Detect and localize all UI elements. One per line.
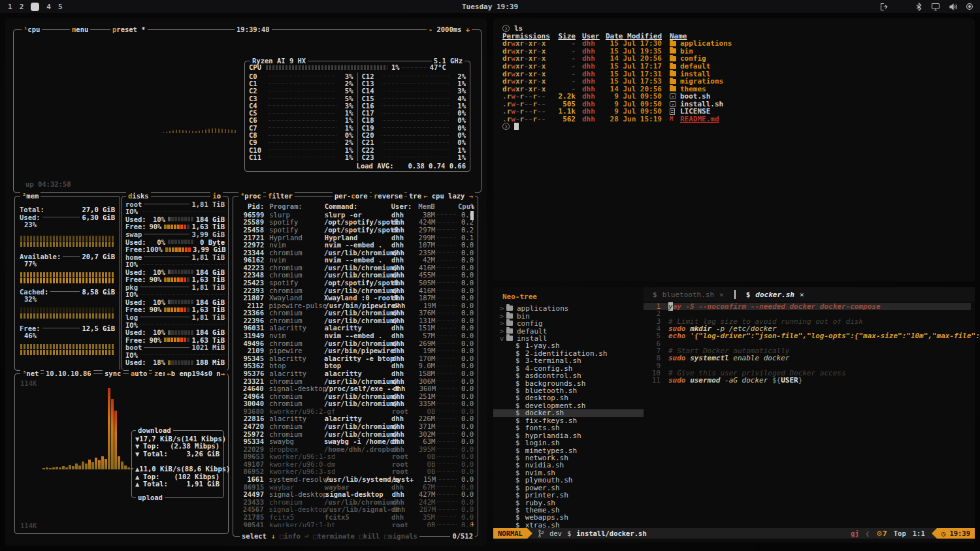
proc-row[interactable]: 22972nvimnvim --embed .dhh107M0.0 xyxy=(237,241,474,249)
proc-row[interactable]: 96031alacrittyalacrittydhh151M0.0 xyxy=(237,324,474,332)
proc-row[interactable]: 25589spotify/opt/spotify/spotidhh424M0.2 xyxy=(237,219,474,227)
proc-column-header[interactable]: User: xyxy=(391,202,416,210)
terminal-window[interactable]: ❯ ls PermissionsSizeUserDate ModifiedNam… xyxy=(493,18,975,281)
logout-icon[interactable] xyxy=(879,3,889,11)
tree-item[interactable]: >bin xyxy=(493,312,644,319)
io-mode-button[interactable]: io xyxy=(210,192,223,200)
proc-row[interactable]: 90541kworker/u97:1-btroot0B0.0 xyxy=(237,521,474,527)
proc-column-header[interactable]: Command: xyxy=(325,202,391,210)
proc-row[interactable]: 21721HyprlandHyprlanddhh299M0.1 xyxy=(237,234,474,242)
proc-row[interactable]: 22393chromium/usr/lib/chromium/dhh416M0.… xyxy=(237,287,474,294)
proc-row[interactable]: 22396chromium/usr/lib/chromium/dhh131M0.… xyxy=(237,317,474,324)
proc-row[interactable]: 95345alacrittyalacritty -e btopdhh170M0.… xyxy=(237,354,474,362)
code-line[interactable]: 8sudo systemctl enable docker xyxy=(644,354,971,362)
proc-row[interactable]: 23366chromium/usr/lib/chromium/dhh376M0.… xyxy=(237,309,474,317)
proc-row[interactable]: 49496chromium/usr/lib/chromium/dhh269M0.… xyxy=(237,339,474,347)
proc-row[interactable]: 24567signal-desktop/usr/lib/signal-dedhh… xyxy=(237,506,474,514)
footer-key[interactable]: □signals xyxy=(384,532,417,540)
meter-value: 184 GiB xyxy=(195,268,225,276)
cpu-core-row: C12% xyxy=(249,80,353,87)
net-auto-button[interactable]: auto xyxy=(129,370,149,377)
footer-key[interactable]: □info ⏎ xyxy=(280,532,308,540)
proc-row[interactable]: 95334swaybgswaybg -i /home/dhdhh63M0.0 xyxy=(237,437,474,445)
proc-row[interactable]: 2109pipewire/usr/bin/pipewiredhh19M0.0 xyxy=(237,347,474,354)
proc-row[interactable]: 86915waybarwaybardhh67M0.0 xyxy=(237,483,474,491)
arrow-icon: ▲ xyxy=(135,480,143,488)
scroll-down-icon[interactable]: ↓ xyxy=(470,519,474,527)
proc-reverse-button[interactable]: reverse xyxy=(372,192,404,200)
meter-percent: 10% xyxy=(148,328,165,336)
proc-footer-keys[interactable]: select↓□info ⏎□terminate□kill□signals xyxy=(240,532,419,540)
proc-row[interactable]: 2112pipewire-pulse/usr/bin/pipewire-dhh1… xyxy=(237,302,474,309)
proc-column-header[interactable]: Program: xyxy=(269,202,324,210)
proc-row[interactable]: 96162nvimnvim --embed .dhh42M0.0 xyxy=(237,256,474,264)
proc-row[interactable]: 21807XwaylandXwayland :0 -rootldhh187M0.… xyxy=(237,294,474,302)
editor-tab-docker.sh[interactable]: $docker.sh× xyxy=(737,287,813,302)
footer-key[interactable]: □terminate xyxy=(314,532,355,540)
tree-item[interactable]: $xtras.sh xyxy=(493,522,644,528)
proc-percore-button[interactable]: per-core xyxy=(333,192,370,200)
editor-tab-bluetooth.sh[interactable]: $bluetooth.sh× xyxy=(644,287,733,302)
proc-row[interactable]: 24640signal-desktop/proc/self/exe --tdhh… xyxy=(237,385,474,392)
mem-stat-row: Free:12,5 GiB xyxy=(20,324,115,332)
proc-row[interactable]: 86952kworker/u96:3-sdroot0B0.0 xyxy=(237,468,474,476)
proc-row[interactable]: 24720chromium/usr/lib/chromium/dhh371M0.… xyxy=(237,422,474,430)
scroll-up-icon[interactable]: ↑ xyxy=(470,202,474,210)
proc-row[interactable]: 23433chromium/usr/lib/chromium/dhh242M0.… xyxy=(237,498,474,506)
neovim-window[interactable]: Neo-tree >applications>bin>config>defaul… xyxy=(493,287,975,543)
proc-row[interactable]: 31949nvimnvim --embed .dhh57M0.0 xyxy=(237,332,474,339)
proc-filter-button[interactable]: filter xyxy=(266,192,295,200)
cpu-core-row: C143% xyxy=(362,87,466,95)
close-icon[interactable]: × xyxy=(800,291,804,299)
proc-row[interactable]: 22348chromium/usr/lib/chromium/dhh455M0.… xyxy=(237,272,474,279)
btop-window[interactable]: ¹cpu menu preset * 19:39:48 - 2000ms + R… xyxy=(5,18,487,546)
proc-row[interactable]: 23321chromium/usr/lib/chromium/dhh306M0.… xyxy=(237,377,474,385)
proc-row[interactable]: 95376alacrittyalacrittydhh158M0.0 xyxy=(237,370,474,377)
proc-cpu-mode-switcher[interactable]: ← cpu lazy → xyxy=(421,192,475,200)
proc-row[interactable]: 1661systemd-resolve/usr/lib/systemd/ssys… xyxy=(237,475,474,483)
proc-row[interactable]: 30040chromium/usr/lib/chromium/dhh335M0.… xyxy=(237,400,474,407)
menu-button[interactable]: menu xyxy=(70,25,90,33)
tree-item[interactable]: >default xyxy=(493,327,644,334)
proc-row[interactable]: 89653kworker/u96:1-sdroot0B0.0 xyxy=(237,453,474,461)
proc-row[interactable]: 96599slurpslurp -ordhh38M0.0 xyxy=(237,211,474,219)
proc-scrollbar-thumb[interactable] xyxy=(470,211,474,220)
close-icon[interactable]: × xyxy=(719,291,724,299)
prompt-line-empty[interactable]: ❯ xyxy=(502,123,966,131)
core-graph xyxy=(382,113,449,114)
proc-row[interactable]: 42223chromium/usr/lib/chromium/dhh416M0.… xyxy=(237,264,474,272)
proc-row[interactable]: 22029dropbox/home/dhh/.dropboxdhh395M0.0 xyxy=(237,445,474,453)
editor-buffer[interactable]: 1yay -S --noconfirm --needed docker dock… xyxy=(644,303,971,384)
bluetooth-icon[interactable] xyxy=(915,3,923,11)
proc-row[interactable]: 95362btopbtopdhh9.0M0.0 xyxy=(237,362,474,370)
code-line[interactable]: 5echo '{"log-driver":"json-file","log-op… xyxy=(644,332,971,339)
proc-column-header[interactable]: Pid: xyxy=(237,202,264,210)
preset-button[interactable]: preset * xyxy=(110,25,148,33)
proc-row[interactable]: 93680kworker/u96:2-gfroot0B0.0 xyxy=(237,407,474,415)
record-icon[interactable] xyxy=(966,3,973,10)
code-line[interactable]: 1yay -S --noconfirm --needed docker dock… xyxy=(644,303,971,310)
proc-column-header[interactable]: MemB xyxy=(416,202,434,210)
proc-row[interactable]: 25458spotify/opt/spotify/spotidhh297M0.2 xyxy=(237,226,474,234)
core-label: C18 xyxy=(362,116,379,124)
proc-row[interactable]: 24497signal-desktopsignal-desktopdhh427M… xyxy=(237,490,474,498)
tree-item[interactable]: >applications xyxy=(493,305,644,312)
footer-key[interactable]: ↓ xyxy=(271,532,275,540)
proc-row[interactable]: 22816alacrittyalacrittydhh226M0.0 xyxy=(237,415,474,423)
display-icon[interactable] xyxy=(931,3,940,11)
footer-key[interactable]: select xyxy=(242,532,267,540)
footer-key[interactable]: □kill xyxy=(359,532,380,540)
proc-row[interactable]: 25972chromium/usr/lib/chromium/dhh302M0.… xyxy=(237,430,474,438)
refresh-interval-control[interactable]: - 2000ms + xyxy=(427,25,472,33)
proc-row[interactable]: 49107kworker/u96:0-dmroot0B0.0 xyxy=(237,460,474,468)
tab-label: docker.sh xyxy=(755,291,794,299)
net-interface-switcher[interactable]: ←b enp194s0 n→ xyxy=(165,370,227,377)
tree-item[interactable]: >config xyxy=(493,320,644,327)
net-sync-button[interactable]: sync xyxy=(103,370,123,377)
proc-row[interactable]: 25423spotify/opt/spotify/spotidhh505M0.0 xyxy=(237,279,474,287)
code-line[interactable]: 11sudo usermod -aG docker ${USER} xyxy=(644,377,971,384)
proc-row[interactable]: 24964chromium/usr/lib/chromium/dhh251M0.… xyxy=(237,392,474,400)
proc-row[interactable]: 23344chromium/usr/lib/chromium/dhh235M0.… xyxy=(237,249,474,257)
proc-row[interactable]: 21785fcitx5fcitx5dhh35M0.0 xyxy=(237,513,474,521)
volume-icon[interactable] xyxy=(949,3,957,11)
